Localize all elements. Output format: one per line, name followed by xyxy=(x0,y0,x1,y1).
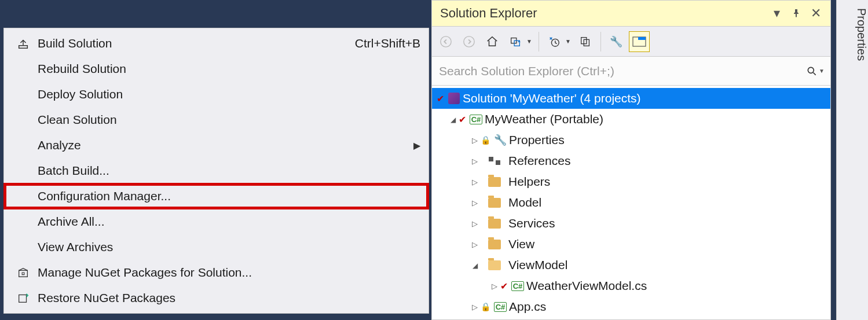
tree-node-project[interactable]: ✔ C# MyWeather (Portable) xyxy=(432,109,830,130)
menu-label: Restore NuGet Packages xyxy=(38,291,420,305)
properties-side-tab[interactable]: Properties xyxy=(836,0,868,320)
folder-icon xyxy=(481,177,508,187)
toolbar-separator xyxy=(539,32,539,52)
expander-icon[interactable] xyxy=(469,302,481,311)
expander-icon[interactable] xyxy=(469,219,481,228)
tree-label: View xyxy=(508,237,534,251)
panel-dropdown-icon[interactable]: ▾ xyxy=(767,3,786,23)
tree-node-solution[interactable]: ✔ Solution 'MyWeather' (4 projects) xyxy=(432,88,830,109)
tree-node-viewmodel[interactable]: ViewModel xyxy=(432,255,830,275)
check-icon: ✔ xyxy=(459,114,466,125)
folder-icon xyxy=(481,219,508,229)
tree-label: References xyxy=(508,154,570,168)
tree-label: Properties xyxy=(509,133,565,147)
pending-changes-button[interactable] xyxy=(544,31,565,52)
tree-node-references[interactable]: References xyxy=(432,150,830,171)
menu-item-clean-solution[interactable]: Clean Solution xyxy=(4,107,428,133)
svg-rect-0 xyxy=(19,270,28,277)
menu-item-manage-nuget[interactable]: Manage NuGet Packages for Solution... xyxy=(4,260,428,285)
menu-item-view-archives[interactable]: View Archives xyxy=(4,234,428,260)
menu-shortcut: Ctrl+Shift+B xyxy=(355,36,420,50)
dropdown-icon[interactable]: ▼ xyxy=(525,38,534,45)
folder-icon xyxy=(481,198,508,208)
search-icon[interactable]: ▼ xyxy=(806,65,825,77)
restore-package-icon xyxy=(9,292,38,304)
lock-icon: 🔒 xyxy=(481,135,490,145)
search-input[interactable] xyxy=(438,64,806,79)
expander-icon[interactable] xyxy=(469,260,481,270)
menu-item-archive-all[interactable]: Archive All... xyxy=(4,209,428,234)
menu-item-deploy-solution[interactable]: Deploy Solution xyxy=(4,82,428,107)
menu-item-analyze[interactable]: Analyze ▶ xyxy=(4,133,428,158)
check-icon: ✔ xyxy=(500,281,508,292)
expander-icon[interactable] xyxy=(469,240,481,249)
menu-item-restore-nuget[interactable]: Restore NuGet Packages xyxy=(4,285,428,311)
tree-node-model[interactable]: Model xyxy=(432,192,830,213)
folder-icon xyxy=(481,240,508,249)
dropdown-icon[interactable]: ▼ xyxy=(563,38,573,45)
menu-label: View Archives xyxy=(38,240,420,254)
csharp-project-icon: C# xyxy=(467,115,485,124)
panel-titlebar: Solution Explorer ▾ ✕ xyxy=(432,1,830,26)
menu-label: Archive All... xyxy=(38,215,420,229)
expander-icon[interactable] xyxy=(469,177,481,186)
tree-label: WeatherViewModel.cs xyxy=(526,279,647,293)
tree-node-helpers[interactable]: Helpers xyxy=(432,171,830,192)
wrench-icon: 🔧 xyxy=(492,134,509,146)
expander-icon[interactable] xyxy=(469,156,481,165)
svg-rect-1 xyxy=(19,295,27,303)
menu-label: Build Solution xyxy=(38,36,355,50)
menu-item-configuration-manager[interactable]: Configuration Manager... xyxy=(4,183,428,209)
menu-label: Deploy Solution xyxy=(38,87,420,101)
menu-label: Batch Build... xyxy=(38,164,420,178)
tree-node-weatherviewmodel[interactable]: ✔ C# WeatherViewModel.cs xyxy=(432,275,830,296)
folder-open-icon xyxy=(481,260,508,270)
expander-icon[interactable] xyxy=(447,115,459,124)
menu-label: Analyze xyxy=(38,138,413,152)
svg-point-3 xyxy=(464,36,474,46)
context-menu: Build Solution Ctrl+Shift+B Rebuild Solu… xyxy=(3,28,429,314)
tree-label: App.cs xyxy=(509,300,546,314)
panel-title: Solution Explorer xyxy=(440,6,767,21)
tree-node-app[interactable]: 🔒 C# App.cs xyxy=(432,296,830,317)
csharp-file-icon: C# xyxy=(492,302,509,312)
side-tab-label: Properties xyxy=(855,8,868,61)
tree-label: Helpers xyxy=(508,175,550,189)
pin-icon[interactable] xyxy=(786,3,806,23)
menu-label: Manage NuGet Packages for Solution... xyxy=(38,266,420,279)
tree-label: MyWeather (Portable) xyxy=(485,112,603,126)
menu-item-batch-build[interactable]: Batch Build... xyxy=(4,158,428,183)
menu-label: Clean Solution xyxy=(38,113,420,127)
tree-node-services[interactable]: Services xyxy=(432,213,830,234)
show-all-files-button[interactable] xyxy=(575,31,596,52)
tree-node-properties[interactable]: 🔒 🔧 Properties xyxy=(432,130,830,150)
forward-button[interactable] xyxy=(459,31,479,52)
menu-item-build-solution[interactable]: Build Solution Ctrl+Shift+B xyxy=(4,31,428,56)
home-button[interactable] xyxy=(482,31,503,52)
menu-item-rebuild-solution[interactable]: Rebuild Solution xyxy=(4,56,428,82)
tree-label: Solution 'MyWeather' (4 projects) xyxy=(463,91,641,105)
toolbar-separator xyxy=(600,32,601,52)
nuget-package-icon xyxy=(9,266,38,279)
expander-icon[interactable] xyxy=(469,135,481,145)
search-row: ▼ xyxy=(432,57,830,86)
svg-point-2 xyxy=(441,36,451,46)
close-icon[interactable]: ✕ xyxy=(806,3,826,23)
preview-button[interactable] xyxy=(629,31,650,52)
check-icon: ✔ xyxy=(437,93,444,104)
sync-button[interactable] xyxy=(505,31,526,52)
expander-icon[interactable] xyxy=(469,198,481,207)
csharp-file-icon: C# xyxy=(509,281,526,291)
expander-icon[interactable] xyxy=(489,281,500,290)
back-button[interactable] xyxy=(435,31,456,52)
properties-button[interactable]: 🔧 xyxy=(606,31,627,52)
menu-label: Configuration Manager... xyxy=(38,189,420,203)
submenu-arrow-icon: ▶ xyxy=(413,140,420,151)
svg-rect-10 xyxy=(638,37,646,40)
solution-explorer-panel: Solution Explorer ▾ ✕ ▼ ▼ 🔧 xyxy=(431,0,831,320)
references-icon xyxy=(481,157,508,165)
tree-node-view[interactable]: View xyxy=(432,234,830,255)
svg-point-11 xyxy=(808,67,814,73)
build-icon xyxy=(9,37,38,50)
solution-tree: ✔ Solution 'MyWeather' (4 projects) ✔ C#… xyxy=(432,86,830,319)
